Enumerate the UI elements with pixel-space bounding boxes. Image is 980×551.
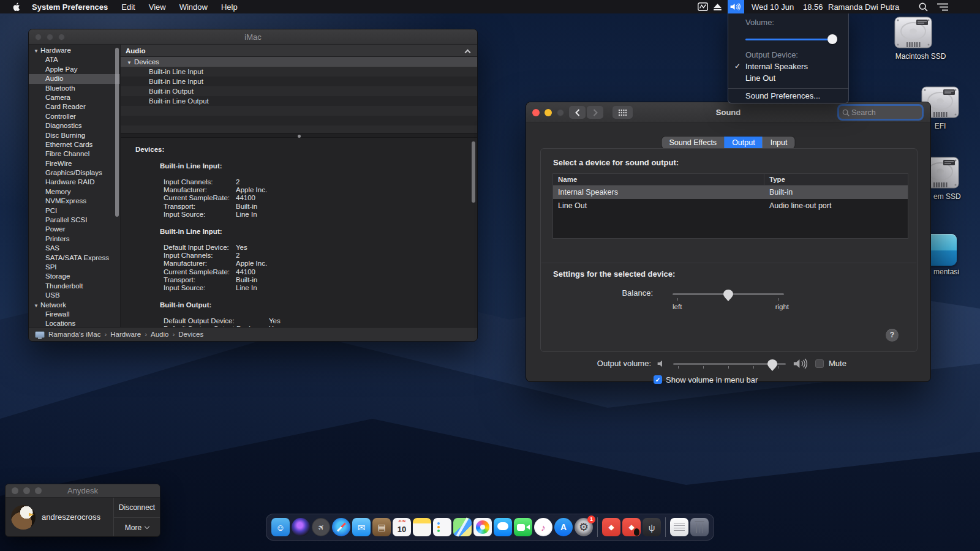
eject-icon[interactable] bbox=[713, 0, 722, 13]
sidebar-item-locations[interactable]: Locations bbox=[29, 319, 120, 327]
menu-item-sound-preferences[interactable]: Sound Preferences... bbox=[728, 91, 848, 103]
sidebar-item-memory[interactable]: Memory bbox=[29, 187, 120, 197]
help-button[interactable]: ? bbox=[886, 329, 899, 342]
sidebar-item-nvmexpress[interactable]: NVMExpress bbox=[29, 197, 120, 206]
dock-item-safari[interactable] bbox=[332, 518, 350, 536]
apple-menu[interactable] bbox=[12, 2, 21, 12]
tab-sound-effects[interactable]: Sound Effects bbox=[662, 137, 725, 149]
volume-status-icon[interactable] bbox=[728, 0, 744, 13]
sidebar-item-ethernet-cards[interactable]: Ethernet Cards bbox=[29, 140, 120, 149]
sidebar-item-pci[interactable]: PCI bbox=[29, 206, 120, 216]
menu-edit[interactable]: Edit bbox=[121, 2, 135, 12]
sidebar-item-power[interactable]: Power bbox=[29, 225, 120, 234]
column-header-type[interactable]: Type bbox=[764, 174, 908, 185]
output-volume-slider[interactable] bbox=[673, 356, 786, 371]
tab-input[interactable]: Input bbox=[763, 137, 795, 149]
slider-track[interactable] bbox=[745, 39, 835, 40]
sidebar-item-storage[interactable]: Storage bbox=[29, 272, 120, 281]
menu-help[interactable]: Help bbox=[221, 2, 238, 12]
menu-bar-user[interactable]: Ramanda Dwi Putra bbox=[828, 0, 899, 13]
show-volume-checkbox[interactable]: ✓ bbox=[654, 375, 662, 384]
menu-bar-date[interactable]: Wed 10 Jun bbox=[752, 0, 794, 13]
system-information-titlebar[interactable]: iMac bbox=[29, 29, 477, 45]
menu-item-line-out[interactable]: ✓ Line Out bbox=[728, 73, 848, 85]
dock-item-messages[interactable] bbox=[494, 518, 512, 536]
dock-item-launchpad[interactable]: ✈ bbox=[312, 518, 330, 536]
sidebar-item-camera[interactable]: Camera bbox=[29, 93, 120, 102]
status-activity-icon[interactable] bbox=[698, 0, 708, 13]
sidebar-item-sata-sata-express[interactable]: SATA/SATA Express bbox=[29, 253, 120, 263]
dock-item-itunes[interactable]: ♪ bbox=[534, 518, 552, 536]
dock-item-facetime[interactable] bbox=[514, 518, 532, 536]
sidebar-item-spi[interactable]: SPI bbox=[29, 263, 120, 272]
pane-splitter[interactable] bbox=[121, 133, 477, 138]
sidebar-item-audio[interactable]: Audio bbox=[29, 74, 120, 83]
device-row-built-in-line-input[interactable]: Built-in Line Input bbox=[121, 77, 477, 86]
balance-slider[interactable]: left right bbox=[673, 290, 784, 314]
dock-item-reminders[interactable] bbox=[433, 518, 451, 536]
breadcrumb-item[interactable]: Hardware bbox=[110, 331, 141, 338]
dock-item-unarchiver[interactable]: ψ bbox=[643, 518, 661, 536]
dock-item-app-store[interactable]: A bbox=[554, 518, 573, 536]
sound-titlebar[interactable]: Sound bbox=[526, 102, 930, 123]
sidebar-item-apple-pay[interactable]: Apple Pay bbox=[29, 65, 120, 74]
sidebar-item-parallel-scsi[interactable]: Parallel SCSI bbox=[29, 216, 120, 225]
sidebar-item-bluetooth[interactable]: Bluetooth bbox=[29, 84, 120, 93]
dock-item-mail[interactable]: ✉ bbox=[352, 518, 371, 536]
tab-output[interactable]: Output bbox=[724, 137, 763, 149]
devices-group-header[interactable]: ▼Devices bbox=[121, 57, 477, 67]
search-input[interactable] bbox=[851, 108, 922, 117]
dock-item-calendar[interactable]: JUN10 bbox=[393, 518, 411, 536]
sidebar-item-controller[interactable]: Controller bbox=[29, 112, 120, 121]
dock-item-trash[interactable] bbox=[690, 518, 709, 536]
dock-item-system-preferences[interactable]: ⚙1 bbox=[575, 518, 593, 536]
dock-item-anydesk[interactable]: ◆ bbox=[602, 518, 620, 536]
sidebar-item-firewire[interactable]: FireWire bbox=[29, 159, 120, 168]
sidebar-item-hardware[interactable]: ▼Hardware bbox=[29, 46, 120, 55]
collapse-chevron-icon[interactable] bbox=[465, 50, 471, 56]
mute-checkbox[interactable] bbox=[815, 359, 824, 368]
notification-center-icon[interactable] bbox=[937, 0, 948, 13]
search-field[interactable] bbox=[839, 106, 922, 119]
device-row-built-in-output[interactable]: Built-in Output bbox=[121, 86, 477, 96]
sidebar-item-diagnostics[interactable]: Diagnostics bbox=[29, 121, 120, 130]
menu-bar-time[interactable]: 18.56 bbox=[803, 0, 823, 13]
sidebar-item-fibre-channel[interactable]: Fibre Channel bbox=[29, 149, 120, 159]
sidebar-scrollbar[interactable] bbox=[115, 48, 119, 217]
sidebar-item-sas[interactable]: SAS bbox=[29, 244, 120, 253]
details-scrollbar[interactable] bbox=[472, 141, 475, 203]
dock-item-anydesk-linux[interactable]: ◆ bbox=[622, 518, 641, 536]
breadcrumb-item[interactable]: Devices bbox=[178, 331, 203, 338]
dock-item-photos[interactable] bbox=[473, 518, 492, 536]
dock-item-notes[interactable] bbox=[413, 518, 431, 536]
volume-menu-knob[interactable] bbox=[827, 34, 837, 44]
dock-item-finder[interactable]: ☺ bbox=[271, 518, 290, 536]
table-row-line-out[interactable]: Line Out Audio line-out port bbox=[553, 199, 908, 212]
disconnect-button[interactable]: Disconnect bbox=[114, 498, 160, 518]
sidebar-item-firewall[interactable]: Firewall bbox=[29, 310, 120, 319]
desktop-icon-macintosh-ssd[interactable]: Macintosh SSD bbox=[891, 16, 950, 61]
dock-item-siri[interactable] bbox=[292, 518, 310, 536]
sidebar-item-printers[interactable]: Printers bbox=[29, 234, 120, 244]
volume-menu-slider[interactable] bbox=[745, 34, 835, 44]
menu-app-name[interactable]: System Preferences bbox=[32, 2, 108, 12]
sidebar-item-ata[interactable]: ATA bbox=[29, 55, 120, 64]
dock-item-maps[interactable] bbox=[453, 518, 472, 536]
device-row-built-in-line-input[interactable]: Built-in Line Input bbox=[121, 67, 477, 77]
more-button[interactable]: More bbox=[114, 518, 160, 537]
sidebar-item-usb[interactable]: USB bbox=[29, 291, 120, 300]
balance-slider-knob[interactable] bbox=[723, 290, 733, 301]
sidebar-item-network[interactable]: ▼Network bbox=[29, 301, 120, 310]
menu-item-internal-speakers[interactable]: ✓ Internal Speakers bbox=[728, 62, 848, 73]
breadcrumb-item[interactable]: Ramanda’s iMac bbox=[48, 331, 100, 338]
breadcrumb-item[interactable]: Audio bbox=[151, 331, 168, 338]
anydesk-titlebar[interactable]: Anydesk bbox=[6, 484, 160, 498]
spotlight-search-icon[interactable] bbox=[919, 0, 928, 13]
dock-item-contacts[interactable]: ▤ bbox=[372, 518, 391, 536]
dock-item-textedit[interactable] bbox=[670, 518, 688, 536]
sidebar-item-thunderbolt[interactable]: Thunderbolt bbox=[29, 282, 120, 291]
menu-window[interactable]: Window bbox=[179, 2, 208, 12]
output-volume-knob[interactable] bbox=[767, 359, 777, 371]
sidebar-item-disc-burning[interactable]: Disc Burning bbox=[29, 131, 120, 140]
sidebar-item-hardware-raid[interactable]: Hardware RAID bbox=[29, 178, 120, 187]
